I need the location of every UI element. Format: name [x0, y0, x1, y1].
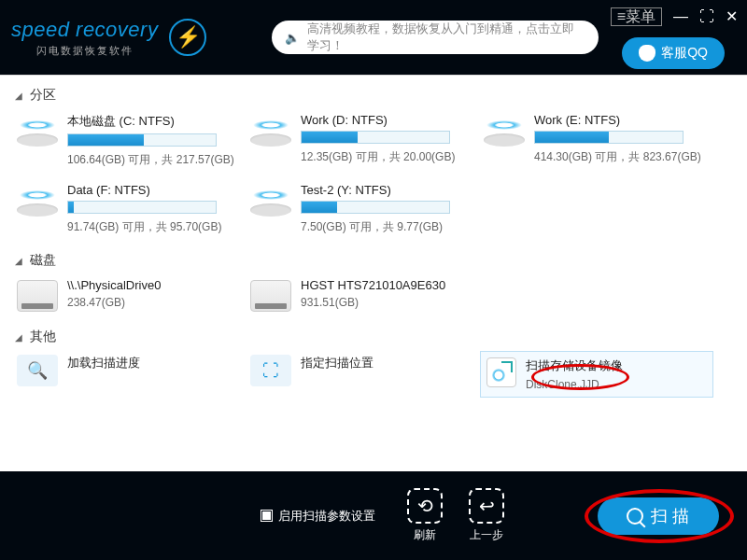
scan-image-filename: DiskClone.JJD — [526, 378, 707, 391]
disk-icon — [250, 189, 291, 217]
partition-title: 本地磁盘 (C: NTFS) — [67, 113, 243, 130]
partition-usage-text: 7.50(GB) 可用，共 9.77(GB) — [301, 219, 476, 235]
section-partitions[interactable]: ◢ 分区 — [13, 81, 734, 109]
tutorial-banner[interactable]: 🔈 高清视频教程，数据恢复从入门到精通，点击立即学习！ — [272, 21, 599, 54]
footer-bar: 启用扫描参数设置 ⟲ 刷新 ↩ 上一步 扫 描 — [0, 471, 747, 560]
search-icon — [627, 508, 643, 525]
usage-bar — [301, 201, 450, 214]
customer-service-button[interactable]: 客服QQ — [622, 37, 725, 69]
bolt-icon: ⚡ — [169, 19, 206, 56]
disk-icon — [17, 189, 58, 217]
scan-label: 扫 描 — [651, 505, 689, 527]
scan-image-title: 扫描存储设备镜像 — [526, 357, 707, 374]
section-disks[interactable]: ◢ 磁盘 — [13, 246, 734, 274]
load-scan-progress[interactable]: 🔍 加载扫描进度 — [13, 351, 247, 398]
physical-disk-item[interactable]: HGST HTS721010A9E630931.51(GB) — [247, 274, 480, 323]
drive-icon — [17, 280, 58, 312]
partition-title: Test-2 (Y: NTFS) — [301, 183, 476, 197]
disk-icon — [17, 119, 58, 147]
refresh-icon: ⟲ — [407, 488, 443, 524]
partition-item[interactable]: Work (D: NTFS)12.35(GB) 可用，共 20.00(GB) — [247, 109, 480, 179]
partition-item[interactable]: Work (E: NTFS)414.30(GB) 可用，共 823.67(GB) — [480, 109, 713, 179]
usage-bar — [67, 201, 217, 214]
maximize-icon[interactable]: ⛶ — [699, 9, 714, 24]
partition-item[interactable]: 本地磁盘 (C: NTFS)106.64(GB) 可用，共 217.57(GB) — [13, 109, 247, 179]
chevron-down-icon: ◢ — [15, 91, 22, 101]
logo-main: speed recovery — [11, 18, 158, 42]
partition-usage-text: 106.64(GB) 可用，共 217.57(GB) — [67, 152, 243, 168]
partition-usage-text: 91.74(GB) 可用，共 95.70(GB) — [67, 219, 243, 235]
disk-icon — [484, 119, 525, 147]
chevron-down-icon: ◢ — [15, 332, 22, 343]
section-other[interactable]: ◢ 其他 — [13, 323, 734, 351]
disk-size: 931.51(GB) — [301, 296, 476, 309]
scan-device-image[interactable]: 扫描存储设备镜像 DiskClone.JJD — [480, 351, 713, 398]
section-disks-label: 磁盘 — [30, 252, 56, 269]
partition-title: Data (F: NTFS) — [67, 183, 243, 197]
set-location-label: 指定扫描位置 — [301, 355, 476, 371]
usage-bar — [534, 131, 684, 144]
checkbox-checked-icon — [261, 510, 273, 522]
enable-scan-params-checkbox[interactable]: 启用扫描参数设置 — [261, 508, 375, 525]
back-button[interactable]: ↩ 上一步 — [469, 488, 504, 543]
menu-button[interactable]: ≡菜单 — [611, 7, 662, 26]
partition-title: Work (D: NTFS) — [301, 113, 476, 127]
drive-icon — [250, 280, 291, 312]
set-scan-location[interactable]: ⛶ 指定扫描位置 — [247, 351, 480, 398]
logo-area: speed recovery 闪电数据恢复软件 ⚡ — [11, 18, 206, 58]
disk-image-icon — [486, 357, 516, 387]
window-controls: ≡菜单 — ⛶ ✕ — [611, 7, 738, 26]
partition-item[interactable]: Test-2 (Y: NTFS)7.50(GB) 可用，共 9.77(GB) — [247, 179, 480, 246]
physical-disk-item[interactable]: \\.\PhysicalDrive0238.47(GB) — [13, 274, 247, 323]
minimize-icon[interactable]: — — [673, 9, 688, 24]
refresh-label: 刷新 — [414, 527, 436, 543]
disk-size: 238.47(GB) — [67, 296, 243, 309]
logo-sub: 闪电数据恢复软件 — [11, 44, 158, 58]
disk-title: HGST HTS721010A9E630 — [301, 278, 476, 292]
back-icon: ↩ — [469, 488, 504, 524]
target-icon: ⛶ — [250, 355, 291, 386]
main-content: ◢ 分区 本地磁盘 (C: NTFS)106.64(GB) 可用，共 217.5… — [0, 75, 747, 471]
section-other-label: 其他 — [30, 329, 56, 345]
usage-bar — [67, 133, 217, 147]
search-icon: 🔍 — [17, 355, 58, 386]
usage-bar — [301, 131, 450, 144]
tutorial-text: 高清视频教程，数据恢复从入门到精通，点击立即学习！ — [307, 21, 585, 54]
disk-title: \\.\PhysicalDrive0 — [67, 278, 243, 292]
partition-title: Work (E: NTFS) — [534, 113, 710, 127]
refresh-button[interactable]: ⟲ 刷新 — [407, 488, 443, 543]
partition-item[interactable]: Data (F: NTFS)91.74(GB) 可用，共 95.70(GB) — [13, 179, 247, 246]
param-label: 启用扫描参数设置 — [278, 508, 375, 525]
scan-button[interactable]: 扫 描 — [598, 497, 719, 535]
disk-icon — [250, 119, 291, 147]
app-header: speed recovery 闪电数据恢复软件 ⚡ 🔈 高清视频教程，数据恢复从… — [0, 0, 747, 75]
close-icon[interactable]: ✕ — [726, 9, 738, 24]
partition-usage-text: 12.35(GB) 可用，共 20.00(GB) — [301, 149, 476, 165]
load-progress-label: 加载扫描进度 — [67, 355, 243, 371]
qq-icon — [639, 45, 655, 62]
section-partitions-label: 分区 — [30, 87, 56, 104]
partition-usage-text: 414.30(GB) 可用，共 823.67(GB) — [534, 149, 710, 165]
chevron-down-icon: ◢ — [15, 256, 22, 266]
qq-label: 客服QQ — [661, 45, 708, 62]
speaker-icon: 🔈 — [285, 31, 300, 45]
back-label: 上一步 — [470, 527, 503, 543]
